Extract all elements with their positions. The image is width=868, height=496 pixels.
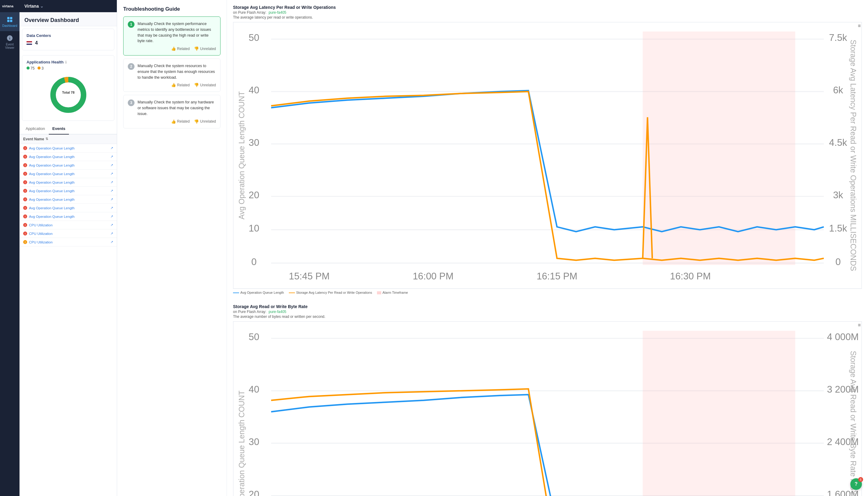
table-row: ! CPU Utilization ↗: [19, 229, 117, 238]
chart1-link[interactable]: pure-fa405: [269, 10, 286, 15]
event-severity-icon: !: [23, 163, 27, 167]
help-icon: ?: [855, 481, 858, 487]
right-panel: Troubleshooting Guide 1 Manually Check t…: [117, 0, 868, 496]
svg-rect-54: [643, 331, 795, 496]
event-severity-icon: !: [23, 232, 27, 235]
external-link-icon[interactable]: ↗: [110, 206, 113, 210]
table-row: ! Avg Operation Queue Length ↗: [19, 153, 117, 161]
external-link-icon[interactable]: ↗: [110, 215, 113, 218]
event-name[interactable]: Avg Operation Queue Length: [29, 189, 109, 193]
donut-chart: Total 78: [27, 74, 110, 116]
unrelated-btn-3[interactable]: 👎 Unrelated: [194, 119, 216, 124]
dashboard-icon: [6, 16, 13, 23]
svg-rect-2: [10, 17, 12, 19]
external-link-icon[interactable]: ↗: [110, 189, 113, 193]
table-header: Event Name ⇅: [19, 135, 117, 144]
event-severity-icon: !: [23, 189, 27, 193]
svg-text:0: 0: [251, 257, 256, 267]
guide-num-2: 2: [128, 63, 135, 70]
svg-rect-1: [7, 17, 10, 19]
event-name-header: Event Name: [23, 137, 44, 141]
guide-items-container: 1 Manually Check the system performance …: [123, 16, 221, 128]
left-panel: Virtana ⌄ Overview Dashboard Data Center…: [19, 0, 117, 496]
external-link-icon[interactable]: ↗: [110, 172, 113, 176]
event-name[interactable]: CPU Utilization: [29, 241, 109, 244]
svg-text:Avg Operation Queue Length COU: Avg Operation Queue Length COUNT: [237, 390, 246, 496]
event-name[interactable]: Avg Operation Queue Length: [29, 181, 109, 184]
event-name[interactable]: Avg Operation Queue Length: [29, 206, 109, 210]
event-severity-icon: !: [23, 172, 27, 176]
table-row: ! Avg Operation Queue Length ↗: [19, 187, 117, 195]
svg-text:Storage Avg Read or Write Byte: Storage Avg Read or Write Byte Rate MBYT…: [849, 351, 858, 496]
guide-item-1: 1 Manually Check the system performance …: [123, 16, 221, 56]
tab-application[interactable]: Application: [22, 123, 49, 135]
svg-text:Total 78: Total 78: [62, 91, 75, 94]
external-link-icon[interactable]: ↗: [110, 232, 113, 235]
svg-text:50: 50: [249, 331, 259, 342]
left-panel-nav: Virtana ⌄: [19, 0, 117, 12]
svg-rect-4: [10, 20, 12, 22]
event-name[interactable]: Avg Operation Queue Length: [29, 146, 109, 150]
sidebar-item-dashboard[interactable]: Dashboard: [0, 13, 19, 31]
table-row: ! Avg Operation Queue Length ↗: [19, 195, 117, 204]
thumbs-up-icon: 👍: [171, 46, 176, 51]
external-link-icon[interactable]: ↗: [110, 163, 113, 167]
table-row: ! CPU Utilization ↗: [19, 221, 117, 229]
event-name[interactable]: Avg Operation Queue Length: [29, 155, 109, 159]
external-link-icon[interactable]: ↗: [110, 155, 113, 159]
events-list: ! Avg Operation Queue Length ↗ ! Avg Ope…: [19, 144, 117, 247]
event-name[interactable]: Avg Operation Queue Length: [29, 164, 109, 167]
data-centers-section: Data Centers 4: [22, 29, 114, 50]
event-severity-icon: !: [23, 206, 27, 210]
chart1-subtitle: on Pure Flash Array: pure-fa405: [233, 10, 862, 15]
external-link-icon[interactable]: ↗: [110, 223, 113, 227]
external-link-icon[interactable]: ↗: [110, 180, 113, 184]
event-severity-icon: !: [23, 215, 27, 218]
table-row: ! Avg Operation Queue Length ↗: [19, 212, 117, 221]
svg-text:15:45 PM: 15:45 PM: [289, 271, 330, 281]
related-btn-2[interactable]: 👍 Related: [171, 83, 190, 87]
sort-icon[interactable]: ⇅: [45, 137, 48, 141]
chart2-menu-icon[interactable]: ≡: [858, 322, 861, 328]
svg-text:6k: 6k: [833, 85, 843, 95]
chart2-subtitle: on Pure Flash Array: pure-fa405: [233, 310, 862, 314]
sidebar-item-event-viewer[interactable]: Event Viewer: [0, 31, 19, 53]
event-name[interactable]: CPU Utilization: [29, 232, 109, 235]
dc-count: 4: [35, 40, 38, 46]
unrelated-btn-1[interactable]: 👎 Unrelated: [194, 46, 216, 51]
unrelated-btn-2[interactable]: 👎 Unrelated: [194, 83, 216, 87]
external-link-icon[interactable]: ↗: [110, 197, 113, 201]
external-link-icon[interactable]: ↗: [110, 146, 113, 150]
event-name[interactable]: Avg Operation Queue Length: [29, 172, 109, 176]
event-name[interactable]: Avg Operation Queue Length: [29, 215, 109, 218]
table-row: ! Avg Operation Queue Length ↗: [19, 170, 117, 178]
nav-chevron-icon: ⌄: [40, 4, 44, 9]
thumbs-down-icon: 👎: [194, 83, 199, 87]
page-title: Overview Dashboard: [25, 17, 112, 24]
related-btn-3[interactable]: 👍 Related: [171, 119, 190, 124]
svg-text:Avg Operation Queue Length COU: Avg Operation Queue Length COUNT: [237, 91, 246, 219]
chart1-menu-icon[interactable]: ≡: [858, 23, 861, 29]
chart2-title: Storage Avg Read or Write Byte Rate: [233, 304, 862, 309]
event-name[interactable]: Avg Operation Queue Length: [29, 198, 109, 201]
svg-text:4.5k: 4.5k: [829, 137, 847, 148]
external-link-icon[interactable]: ↗: [110, 240, 113, 244]
svg-text:20: 20: [249, 190, 259, 200]
guide-text-3: Manually Check the system for any hardwa…: [138, 99, 216, 117]
tab-events[interactable]: Events: [49, 123, 69, 135]
related-btn-1[interactable]: 👍 Related: [171, 46, 190, 51]
guide-num-1: 1: [128, 21, 135, 28]
event-severity-icon: !: [23, 146, 27, 150]
thumbs-down-icon: 👎: [194, 46, 199, 51]
chart2-svg: 50 40 30 20 10 0 4 000M 3 200M 2 400M 1 …: [233, 321, 862, 496]
svg-text:30: 30: [249, 137, 259, 148]
svg-text:50: 50: [249, 32, 259, 43]
guide-num-3: 3: [128, 99, 135, 106]
chart2-link[interactable]: pure-fa405: [269, 310, 286, 314]
svg-text:16:00 PM: 16:00 PM: [413, 271, 454, 281]
info-icon: ℹ: [65, 60, 67, 64]
event-name[interactable]: CPU Utilization: [29, 223, 109, 227]
dashboard-label: Dashboard: [2, 24, 17, 28]
help-bubble[interactable]: ? 6: [850, 478, 862, 490]
orange-count: 3: [42, 66, 44, 71]
